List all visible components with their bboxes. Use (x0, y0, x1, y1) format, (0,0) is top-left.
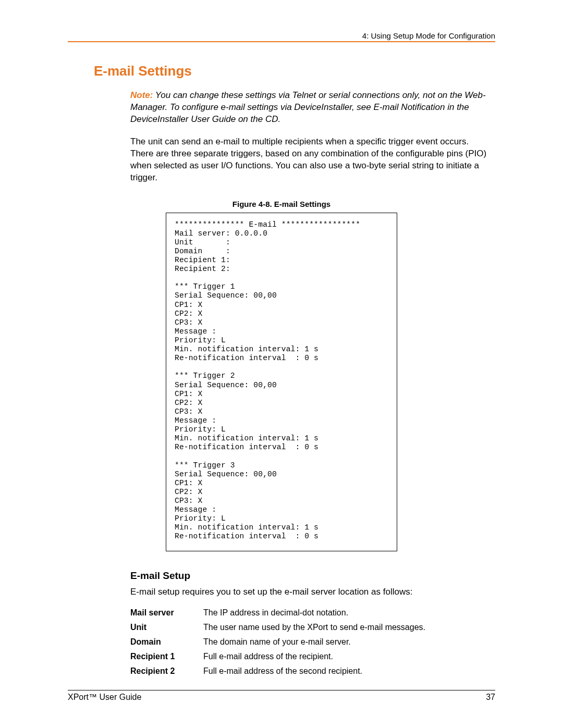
note-text: You can change these settings via Telnet… (130, 90, 486, 124)
param-desc: Full e-mail address of the second recipi… (203, 664, 431, 678)
param-label: Unit (130, 620, 203, 635)
page-footer: XPort™ User Guide 37 (68, 690, 495, 702)
running-header: 4: Using Setup Mode for Configuration (68, 31, 495, 40)
param-desc: The user name used by the XPort to send … (203, 620, 431, 635)
subsection-heading: E-mail Setup (130, 570, 495, 582)
param-label: Recipient 2 (130, 664, 203, 678)
table-row: Recipient 1 Full e-mail address of the r… (130, 649, 431, 664)
param-label: Domain (130, 635, 203, 649)
footer-rule (68, 690, 495, 690)
param-desc: The IP address in decimal-dot notation. (203, 606, 431, 620)
table-row: Unit The user name used by the XPort to … (130, 620, 431, 635)
section-title: E-mail Settings (94, 63, 495, 79)
page-number: 37 (486, 693, 495, 702)
table-row: Domain The domain name of your e-mail se… (130, 635, 431, 649)
param-desc: The domain name of your e-mail server. (203, 635, 431, 649)
param-label: Mail server (130, 606, 203, 620)
note-block: Note: You can change these settings via … (130, 90, 490, 126)
param-label: Recipient 1 (130, 649, 203, 664)
terminal-output: *************** E-mail *****************… (166, 213, 397, 551)
params-table: Mail server The IP address in decimal-do… (130, 606, 431, 678)
intro-paragraph: The unit can send an e-mail to multiple … (130, 136, 490, 184)
footer-doc-title: XPort™ User Guide (68, 693, 141, 702)
setup-intro: E-mail setup requires you to set up the … (130, 587, 490, 597)
figure-caption: Figure 4-8. E-mail Settings (68, 200, 495, 208)
table-row: Recipient 2 Full e-mail address of the s… (130, 664, 431, 678)
header-rule (68, 41, 495, 42)
param-desc: Full e-mail address of the recipient. (203, 649, 431, 664)
table-row: Mail server The IP address in decimal-do… (130, 606, 431, 620)
note-label: Note: (130, 90, 153, 100)
